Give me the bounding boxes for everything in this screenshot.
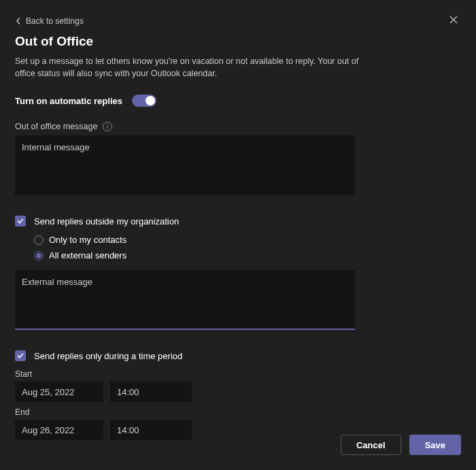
auto-replies-label: Turn on automatic replies	[15, 96, 122, 106]
save-button[interactable]: Save	[409, 435, 461, 455]
radio-icon	[34, 251, 44, 261]
auto-replies-toggle[interactable]	[132, 95, 156, 107]
cancel-button[interactable]: Cancel	[341, 435, 401, 455]
toggle-knob	[146, 96, 155, 105]
start-time-input[interactable]	[110, 382, 192, 402]
check-icon	[17, 218, 24, 224]
end-label: End	[15, 407, 461, 417]
internal-message-textarea[interactable]	[15, 135, 355, 195]
internal-message-label: Out of office message	[15, 122, 97, 131]
back-to-settings-link[interactable]: Back to settings	[15, 16, 84, 26]
external-replies-checkbox[interactable]	[15, 216, 26, 226]
radio-only-contacts-label: Only to my contacts	[49, 235, 126, 245]
external-message-textarea[interactable]	[15, 270, 355, 330]
radio-icon	[34, 235, 44, 245]
page-title: Out of Office	[15, 34, 461, 49]
chevron-left-icon	[15, 18, 22, 24]
end-time-input[interactable]	[110, 420, 192, 440]
page-description: Set up a message to let others know you'…	[15, 56, 375, 80]
info-icon[interactable]: i	[103, 122, 112, 131]
time-period-checkbox[interactable]	[15, 350, 26, 361]
radio-only-contacts[interactable]: Only to my contacts	[34, 235, 461, 245]
radio-all-senders[interactable]: All external senders	[34, 250, 461, 261]
start-label: Start	[15, 369, 461, 379]
check-icon	[17, 352, 24, 359]
close-icon	[449, 15, 458, 24]
back-label: Back to settings	[26, 16, 84, 26]
radio-all-senders-label: All external senders	[49, 250, 126, 261]
close-button[interactable]	[446, 12, 461, 30]
end-date-input[interactable]	[15, 420, 103, 440]
time-period-label: Send replies only during a time period	[34, 351, 182, 361]
external-replies-label: Send replies outside my organization	[34, 216, 179, 226]
start-date-input[interactable]	[15, 382, 103, 402]
